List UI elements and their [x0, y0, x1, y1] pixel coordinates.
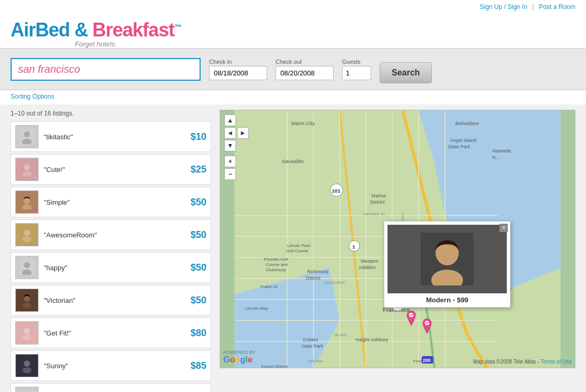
svg-text:Marin City: Marin City [291, 120, 315, 126]
map-popup: ✕ Modern - $99 [384, 221, 511, 308]
google-logo: POWERED BY Google [223, 349, 256, 365]
map-pan-left[interactable]: ◄ [224, 127, 236, 139]
listing-avatar [15, 223, 39, 246]
svg-text:Marina: Marina [371, 193, 385, 198]
svg-text:Presidio Golf: Presidio Golf [264, 257, 288, 262]
svg-text:Sausalito: Sausalito [282, 158, 304, 164]
svg-text:Course and: Course and [266, 262, 288, 267]
svg-point-10 [24, 230, 30, 235]
listing-price: $10 [178, 131, 206, 142]
svg-point-4 [24, 164, 30, 170]
listing-name: "tikitastic" [39, 133, 178, 141]
listing-price: $25 [178, 164, 206, 175]
post-room-link[interactable]: Post a Room [539, 3, 575, 11]
listings-panel: 1–10 out of 16 listings. "tikitastic"$10… [11, 110, 211, 392]
svg-text:Lombard St: Lombard St [363, 212, 385, 216]
map-nav-up-row: ▲ [224, 114, 236, 126]
listing-name: "happy" [39, 264, 178, 272]
map-controls: ▲ ◄ ► ▼ + − [224, 114, 249, 180]
popup-image [387, 225, 507, 293]
svg-text:19th Ave: 19th Ave [307, 359, 324, 364]
google-text: Google [223, 355, 252, 364]
guests-group: Guests [342, 59, 371, 80]
map-pan-down[interactable]: ▼ [224, 140, 236, 151]
svg-text:Lincoln Park: Lincoln Park [287, 243, 310, 248]
svg-point-1 [24, 131, 30, 137]
map-zoom-in[interactable]: + [224, 156, 236, 167]
listing-avatar [15, 321, 39, 345]
svg-text:Fulton St: Fulton St [261, 284, 278, 289]
map-pan-right[interactable]: ► [237, 127, 249, 139]
svg-text:Gate Park: Gate Park [302, 343, 324, 349]
checkout-label: Check out [276, 59, 334, 65]
signup-signin-link[interactable]: Sign Up / Sign In [480, 3, 527, 11]
listing-name: "Cute!" [39, 166, 178, 174]
map-pin-6[interactable] [421, 319, 433, 333]
person-placeholder-icon [20, 129, 34, 144]
listing-price: $50 [178, 197, 206, 208]
listing-name: "Sunny" [39, 362, 178, 370]
listing-avatar [15, 125, 39, 148]
listing-price: $85 [178, 360, 206, 371]
listing-price: $50 [178, 230, 206, 241]
svg-text:Angel Island: Angel Island [450, 138, 476, 143]
svg-text:Haight-Ashbury: Haight-Ashbury [355, 337, 388, 342]
listings-count: 1–10 out of 16 listings. [11, 110, 211, 117]
sorting-options-link[interactable]: Sorting Options [11, 93, 54, 100]
listing-avatar [15, 387, 39, 392]
powered-by-text: POWERED BY [223, 350, 256, 355]
guests-input[interactable] [342, 66, 371, 80]
separator: | [532, 3, 535, 11]
map-zoom-in-row: ▲ [224, 114, 236, 126]
search-button[interactable]: Search [380, 62, 432, 83]
listing-name: "Get Fit!" [39, 329, 178, 337]
top-bar: Sign Up / Sign In | Post a Room [0, 0, 586, 14]
svg-text:280: 280 [423, 358, 431, 363]
checkin-group: Check in [209, 59, 267, 80]
checkout-input[interactable] [276, 66, 334, 80]
map-pan-up[interactable]: ▲ [224, 114, 236, 126]
svg-text:Western: Western [361, 259, 378, 264]
listing-item[interactable]: "Get Fit!"$80 [11, 318, 211, 348]
main-content: 1–10 out of 16 listings. "tikitastic"$10… [0, 104, 586, 392]
person-placeholder-icon [20, 260, 34, 275]
map-data-text: Map data ©2008 Tele Atlas [473, 359, 536, 365]
map-zoom-out[interactable]: − [224, 168, 236, 180]
map-pin-5[interactable] [405, 311, 418, 326]
svg-point-19 [24, 328, 30, 333]
svg-text:District: District [370, 199, 385, 205]
svg-text:Golf Course: Golf Course [286, 248, 309, 253]
guests-label: Guests [342, 59, 371, 65]
sorting-bar: Sorting Options [0, 90, 586, 104]
listing-price: $80 [178, 328, 206, 339]
listing-item[interactable]: "Sunny"$85 [11, 350, 211, 381]
svg-point-22 [24, 360, 30, 366]
svg-text:Addition: Addition [358, 265, 375, 270]
listing-name: "Victorian" [39, 297, 178, 304]
logo[interactable]: AirBed & Breakfast™ [11, 19, 181, 41]
listing-name: "AwesomeRoom" [39, 231, 178, 239]
popup-close-button[interactable]: ✕ [499, 224, 508, 232]
logo-tm: ™ [174, 23, 181, 31]
listing-item[interactable]: "AwesomeRoom"$50 [11, 219, 211, 250]
logo-amp: & [70, 19, 92, 41]
svg-text:1: 1 [352, 244, 355, 250]
svg-text:Geary Blvd: Geary Blvd [324, 280, 345, 285]
location-input[interactable] [11, 58, 201, 81]
listing-item[interactable]: "happy"$50 [11, 252, 211, 283]
logo-tagline: Forget hotels. [75, 40, 117, 48]
listing-item[interactable]: "Victorian"$50 [11, 285, 211, 315]
listing-avatar [15, 256, 39, 279]
listing-item[interactable]: "Cute!"$25 [11, 154, 211, 185]
svg-text:N...: N... [492, 155, 499, 160]
listing-item[interactable]: "Simple"$50 [11, 187, 211, 217]
terms-of-use-link[interactable]: Terms of Use [541, 359, 572, 365]
map-container[interactable]: San Francisco Marin City Sausalito Belve… [220, 110, 575, 368]
listing-item[interactable]: "tikitastic"$10 [11, 121, 211, 152]
listing-item[interactable]: "Cute"$90 [11, 383, 211, 392]
listings-list: "tikitastic"$10 "Cute!"$25 "Simple"$50 "… [11, 121, 211, 392]
listing-avatar [15, 354, 39, 377]
header: AirBed & Breakfast™ Forget hotels. [0, 14, 586, 48]
svg-text:Golden: Golden [303, 337, 318, 342]
checkin-input[interactable] [209, 66, 267, 80]
